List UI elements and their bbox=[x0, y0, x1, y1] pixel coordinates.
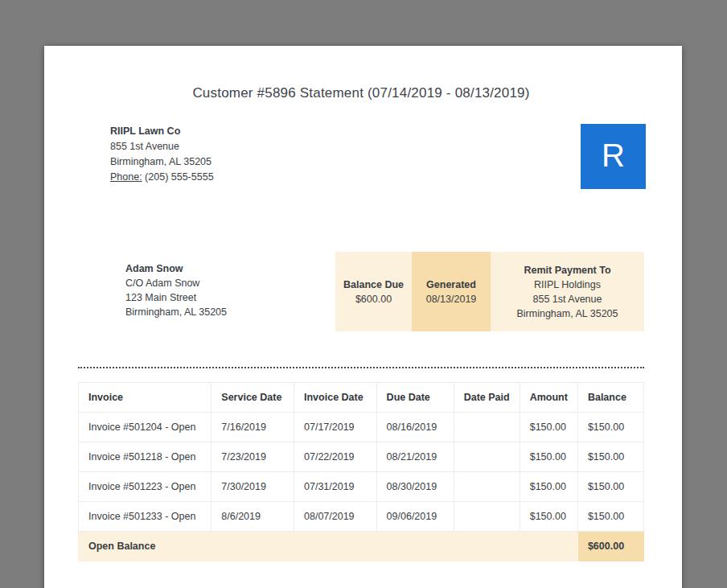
balance-cell: $150.00 bbox=[577, 442, 643, 472]
company-phone: Phone: (205) 555-5555 bbox=[110, 170, 214, 185]
amount-cell: $150.00 bbox=[520, 442, 577, 472]
col-header-invoice-date: Invoice Date bbox=[294, 383, 377, 413]
generated-label: Generated bbox=[417, 278, 486, 292]
invoice-date-cell: 07/17/2019 bbox=[294, 413, 377, 442]
remit-name: RIIPL Holdings bbox=[495, 278, 639, 292]
table-header-row: Invoice Service Date Invoice Date Due Da… bbox=[79, 383, 644, 413]
invoice-cell: Invoice #501223 - Open bbox=[79, 472, 212, 502]
amount-cell: $150.00 bbox=[520, 413, 577, 442]
statement-document: Customer #5896 Statement (07/14/2019 - 0… bbox=[44, 46, 682, 588]
table-row: Invoice #501233 - Open 8/6/2019 08/07/20… bbox=[79, 502, 644, 532]
service-date-cell: 7/23/2019 bbox=[212, 442, 294, 472]
due-date-cell: 08/21/2019 bbox=[376, 442, 454, 472]
amount-cell: $150.00 bbox=[520, 472, 577, 502]
customer-care-of: C/O Adam Snow bbox=[125, 276, 227, 290]
customer-name: Adam Snow bbox=[125, 261, 227, 276]
col-header-date-paid: Date Paid bbox=[454, 383, 520, 413]
document-header: RIIPL Lawn Co 855 1st Avenue Birmingham,… bbox=[78, 124, 644, 189]
remit-payment-cell: Remit Payment To RIIPL Holdings 855 1st … bbox=[491, 252, 644, 331]
invoice-date-cell: 08/07/2019 bbox=[294, 502, 377, 532]
amount-cell: $150.00 bbox=[520, 502, 577, 532]
due-date-cell: 08/16/2019 bbox=[376, 413, 454, 442]
customer-address: Adam Snow C/O Adam Snow 123 Main Street … bbox=[125, 261, 227, 319]
remit-street: 855 1st Avenue bbox=[495, 292, 639, 306]
balance-due-cell: Balance Due $600.00 bbox=[335, 252, 412, 331]
col-header-service-date: Service Date bbox=[212, 383, 294, 413]
due-date-cell: 09/06/2019 bbox=[376, 502, 454, 532]
open-balance-row: Open Balance $600.00 bbox=[79, 532, 644, 561]
balance-cell: $150.00 bbox=[577, 472, 643, 502]
dotted-divider bbox=[78, 367, 644, 368]
table-row: Invoice #501223 - Open 7/30/2019 07/31/2… bbox=[79, 472, 644, 502]
company-info: RIIPL Lawn Co 855 1st Avenue Birmingham,… bbox=[110, 124, 214, 185]
balance-due-label: Balance Due bbox=[340, 278, 407, 292]
col-header-balance: Balance bbox=[577, 383, 643, 413]
generated-cell: Generated 08/13/2019 bbox=[412, 252, 491, 331]
open-balance-total: $600.00 bbox=[577, 532, 643, 561]
invoice-date-cell: 07/31/2019 bbox=[294, 472, 377, 502]
date-paid-cell bbox=[454, 472, 520, 502]
table-row: Invoice #501218 - Open 7/23/2019 07/22/2… bbox=[79, 442, 644, 472]
col-header-invoice: Invoice bbox=[79, 383, 212, 413]
company-name: RIIPL Lawn Co bbox=[110, 124, 214, 139]
service-date-cell: 8/6/2019 bbox=[212, 502, 294, 532]
balance-cell: $150.00 bbox=[577, 413, 643, 442]
due-date-cell: 08/30/2019 bbox=[376, 472, 454, 502]
date-paid-cell bbox=[454, 502, 520, 532]
remit-city: Birmingham, AL 35205 bbox=[495, 306, 639, 321]
statement-summary-section: Adam Snow C/O Adam Snow 123 Main Street … bbox=[78, 252, 644, 331]
invoice-table: Invoice Service Date Invoice Date Due Da… bbox=[78, 382, 644, 561]
page-title: Customer #5896 Statement (07/14/2019 - 0… bbox=[78, 46, 644, 101]
invoice-cell: Invoice #501233 - Open bbox=[79, 502, 212, 532]
remit-label: Remit Payment To bbox=[495, 263, 639, 278]
customer-city: Birmingham, AL 35205 bbox=[125, 305, 227, 319]
balance-due-value: $600.00 bbox=[340, 292, 407, 306]
open-balance-label: Open Balance bbox=[79, 532, 578, 561]
date-paid-cell bbox=[454, 413, 520, 442]
balance-summary-box: Balance Due $600.00 Generated 08/13/2019… bbox=[335, 252, 644, 331]
company-logo: R bbox=[581, 124, 646, 189]
balance-cell: $150.00 bbox=[577, 502, 643, 532]
customer-street: 123 Main Street bbox=[125, 290, 227, 305]
table-row: Invoice #501204 - Open 7/16/2019 07/17/2… bbox=[79, 413, 644, 442]
invoice-cell: Invoice #501218 - Open bbox=[79, 442, 212, 472]
generated-value: 08/13/2019 bbox=[417, 292, 486, 306]
logo-letter: R bbox=[602, 139, 625, 175]
service-date-cell: 7/30/2019 bbox=[212, 472, 294, 502]
invoice-date-cell: 07/22/2019 bbox=[294, 442, 377, 472]
phone-number: (205) 555-5555 bbox=[145, 171, 213, 183]
invoice-cell: Invoice #501204 - Open bbox=[79, 413, 212, 442]
date-paid-cell bbox=[454, 442, 520, 472]
phone-label: Phone: bbox=[110, 171, 142, 183]
company-address-line1: 855 1st Avenue bbox=[110, 139, 214, 154]
service-date-cell: 7/16/2019 bbox=[212, 413, 294, 442]
col-header-due-date: Due Date bbox=[376, 383, 454, 413]
company-address-line2: Birmingham, AL 35205 bbox=[110, 154, 214, 170]
col-header-amount: Amount bbox=[520, 383, 577, 413]
